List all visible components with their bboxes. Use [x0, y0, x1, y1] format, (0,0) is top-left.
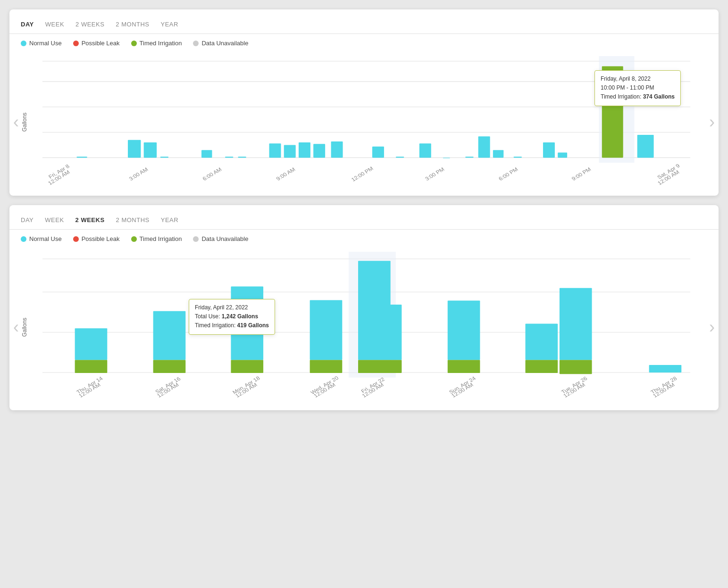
svg-rect-11	[128, 140, 141, 158]
legend-irrigation-2: Timed Irrigation	[131, 235, 182, 242]
svg-rect-19	[372, 147, 384, 158]
tab-2months-2[interactable]: 2 MONTHS	[116, 216, 150, 224]
chart2-container: ‹ › Gallons Friday, April 22, 2022 Total…	[9, 252, 719, 403]
svg-rect-31	[396, 157, 404, 157]
legend-leak-1: Possible Leak	[73, 40, 120, 47]
svg-rect-29	[225, 157, 233, 157]
tab-2months-1[interactable]: 2 MONTHS	[116, 21, 149, 28]
svg-text:6:00 PM: 6:00 PM	[497, 166, 519, 182]
svg-rect-23	[493, 150, 503, 157]
svg-rect-12	[144, 142, 157, 157]
svg-text:9:00 PM: 9:00 PM	[570, 166, 592, 182]
svg-rect-69	[526, 360, 558, 373]
tab-week-1[interactable]: WEEK	[45, 21, 64, 28]
legend-irrigation-1: Timed Irrigation	[131, 40, 182, 47]
svg-rect-70	[526, 324, 558, 360]
chart1-svg-wrapper: 0 100 200 300 400	[42, 56, 690, 188]
tab-2weeks-1[interactable]: 2 WEEKS	[75, 21, 104, 28]
svg-rect-15	[284, 145, 296, 157]
tab-year-1[interactable]: YEAR	[161, 21, 178, 28]
tab-2weeks-2[interactable]: 2 WEEKS	[75, 216, 105, 224]
svg-rect-13	[201, 150, 212, 157]
svg-rect-71	[560, 360, 592, 374]
legend-label-unavailable-2: Data Unavailable	[201, 235, 248, 242]
svg-rect-60	[231, 287, 263, 360]
svg-text:6:00 AM: 6:00 AM	[201, 166, 222, 181]
svg-rect-62	[310, 300, 343, 360]
legend-label-unavailable-1: Data Unavailable	[201, 40, 248, 47]
legend-label-normal-1: Normal Use	[29, 40, 62, 47]
svg-rect-26	[637, 135, 654, 157]
svg-rect-63	[358, 360, 391, 373]
chart2-y-label: Gallons	[21, 318, 28, 337]
svg-rect-25	[558, 153, 567, 158]
chart2-svg-wrapper: 0 500 1000 1500	[42, 252, 690, 403]
legend-dot-irrigation-1	[131, 41, 137, 46]
svg-text:3:00 AM: 3:00 AM	[127, 166, 149, 181]
svg-rect-34	[602, 66, 623, 158]
tab-year-2[interactable]: YEAR	[161, 216, 178, 224]
svg-text:3:00 PM: 3:00 PM	[424, 166, 445, 182]
chart2-svg: 0 500 1000 1500	[42, 252, 690, 403]
tab-week-2[interactable]: WEEK	[45, 216, 64, 224]
svg-rect-27	[76, 157, 87, 157]
legend-unavailable-1: Data Unavailable	[193, 40, 248, 47]
legend-dot-unavailable-2	[193, 236, 199, 242]
svg-rect-57	[153, 360, 186, 373]
chart1-legend: Normal Use Possible Leak Timed Irrigatio…	[9, 34, 719, 52]
chart1-container: ‹ › Gallons Friday, April 8, 2022 10:00 …	[9, 56, 719, 188]
svg-rect-33	[514, 157, 522, 157]
svg-rect-56	[75, 328, 108, 360]
chart1-tabs: DAY WEEK 2 WEEKS 2 MONTHS YEAR	[9, 17, 719, 34]
legend-normal-2: Normal Use	[21, 235, 62, 242]
legend-dot-irrigation-2	[131, 236, 137, 242]
chart2-legend: Normal Use Possible Leak Timed Irrigatio…	[9, 230, 719, 248]
chart1-y-label: Gallons	[21, 113, 28, 132]
svg-rect-28	[160, 157, 168, 157]
legend-dot-leak-2	[73, 236, 79, 242]
legend-dot-leak-1	[73, 41, 79, 46]
svg-rect-32	[465, 157, 473, 157]
svg-rect-59	[231, 360, 263, 373]
chart2-card: DAY WEEK 2 WEEKS 2 MONTHS YEAR Normal Us…	[9, 205, 719, 410]
svg-rect-22	[478, 136, 490, 157]
legend-leak-2: Possible Leak	[73, 235, 120, 242]
chart1-svg: 0 100 200 300 400	[42, 56, 690, 188]
svg-rect-16	[299, 142, 310, 157]
svg-rect-73	[649, 365, 682, 373]
legend-label-irrigation-2: Timed Irrigation	[140, 235, 182, 242]
svg-rect-14	[269, 143, 281, 157]
legend-dot-normal-1	[21, 41, 26, 46]
svg-rect-55	[75, 360, 108, 373]
svg-rect-61	[310, 360, 343, 373]
svg-rect-64	[358, 261, 391, 360]
legend-label-leak-1: Possible Leak	[82, 40, 120, 47]
svg-rect-67	[448, 360, 480, 373]
tab-day-1[interactable]: DAY	[21, 21, 34, 28]
chart1-card: DAY WEEK 2 WEEKS 2 MONTHS YEAR Normal Us…	[9, 9, 719, 196]
svg-rect-72	[560, 288, 592, 360]
tab-day-2[interactable]: DAY	[21, 216, 33, 224]
legend-label-normal-2: Normal Use	[29, 235, 62, 242]
svg-text:12:00 PM: 12:00 PM	[350, 166, 375, 182]
legend-dot-unavailable-1	[193, 41, 199, 46]
svg-rect-66	[390, 305, 402, 360]
chart1-nav-left[interactable]: ‹	[13, 112, 19, 132]
svg-rect-58	[153, 311, 186, 360]
svg-rect-24	[543, 142, 555, 157]
legend-dot-normal-2	[21, 236, 26, 242]
legend-unavailable-2: Data Unavailable	[193, 235, 248, 242]
svg-text:9:00 AM: 9:00 AM	[275, 166, 296, 181]
chart1-nav-right[interactable]: ›	[709, 112, 715, 132]
svg-rect-65	[390, 360, 402, 373]
svg-rect-20	[419, 143, 431, 157]
svg-rect-18	[331, 141, 343, 157]
svg-rect-17	[313, 144, 325, 157]
svg-rect-30	[238, 157, 246, 157]
svg-rect-21	[443, 157, 450, 158]
legend-label-leak-2: Possible Leak	[82, 235, 120, 242]
legend-normal-1: Normal Use	[21, 40, 62, 47]
legend-label-irrigation-1: Timed Irrigation	[140, 40, 182, 47]
chart2-nav-right[interactable]: ›	[709, 317, 715, 337]
chart2-nav-left[interactable]: ‹	[13, 317, 19, 337]
